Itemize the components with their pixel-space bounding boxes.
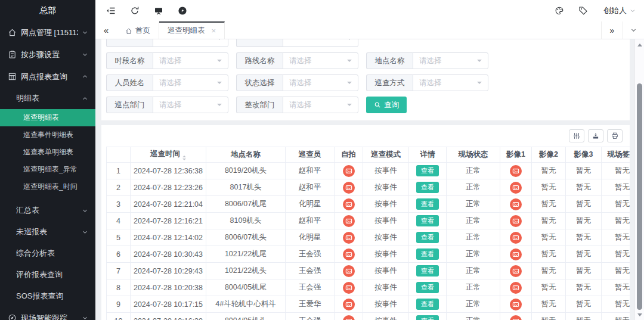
cell-row-index: 5 bbox=[107, 229, 131, 246]
selfie-photo-button[interactable] bbox=[343, 232, 355, 244]
sidebar-item[interactable]: 明细表 bbox=[0, 88, 95, 109]
column-header-label: 详情 bbox=[420, 150, 435, 159]
cell-selfie bbox=[335, 213, 363, 229]
selfie-photo-button[interactable] bbox=[343, 248, 355, 260]
screen-icon[interactable] bbox=[154, 6, 163, 15]
refresh-icon[interactable] bbox=[130, 6, 140, 15]
filter-label: 人员姓名 bbox=[106, 74, 153, 91]
filter-select[interactable]: 请选择 bbox=[153, 52, 228, 69]
tabs-forward-button[interactable]: » bbox=[601, 21, 623, 39]
image1-photo-button[interactable] bbox=[510, 282, 522, 294]
view-details-button[interactable]: 查看 bbox=[416, 198, 439, 209]
image1-photo-button[interactable] bbox=[510, 265, 522, 277]
view-details-button[interactable]: 查看 bbox=[416, 282, 439, 293]
cell-inspector: 王会强 bbox=[286, 279, 335, 296]
column-header: 巡查员 bbox=[286, 147, 335, 163]
view-details-button[interactable]: 查看 bbox=[416, 182, 439, 192]
sidebar-item-label: 网点管理 [1151120] bbox=[21, 27, 78, 38]
cell-image3: 暂无 bbox=[566, 296, 602, 313]
view-details-button[interactable]: 查看 bbox=[416, 165, 439, 176]
compass-dark-icon[interactable] bbox=[178, 6, 187, 15]
filter-select[interactable]: 请选择 bbox=[413, 52, 488, 69]
selfie-photo-button[interactable] bbox=[343, 182, 355, 194]
user-menu[interactable]: 创始人 bbox=[603, 5, 636, 16]
cell-details: 查看 bbox=[409, 163, 447, 179]
selfie-photo-button[interactable] bbox=[343, 282, 355, 294]
search-icon bbox=[374, 101, 381, 108]
filter-select[interactable] bbox=[283, 39, 358, 47]
image1-photo-button[interactable] bbox=[510, 232, 522, 244]
scroll-down-arrow[interactable] bbox=[635, 310, 644, 319]
cell-row-index: 9 bbox=[107, 296, 131, 313]
columns-button[interactable] bbox=[569, 129, 584, 142]
column-header: 详情 bbox=[409, 147, 447, 163]
filter-group bbox=[236, 39, 358, 47]
scroll-up-arrow[interactable] bbox=[635, 41, 644, 49]
column-header[interactable]: 巡查时间 bbox=[131, 147, 206, 163]
close-icon[interactable]: × bbox=[212, 27, 216, 35]
view-details-button[interactable]: 查看 bbox=[416, 232, 439, 243]
sidebar-item[interactable]: 汇总表 bbox=[0, 200, 95, 221]
print-button[interactable] bbox=[607, 129, 623, 142]
sidebar-item[interactable]: 巡查表单明细表 bbox=[0, 144, 95, 161]
view-details-button[interactable]: 查看 bbox=[416, 315, 439, 320]
image1-photo-button[interactable] bbox=[510, 198, 522, 210]
image1-photo-button[interactable] bbox=[510, 165, 522, 177]
sidebar-item[interactable]: 巡查明细表_异常 bbox=[0, 161, 95, 178]
topbar: 创始人 bbox=[95, 0, 644, 21]
filter-select[interactable]: 请选择 bbox=[413, 74, 488, 91]
filter-select[interactable] bbox=[153, 39, 228, 47]
image1-photo-button[interactable] bbox=[510, 248, 522, 260]
view-details-button[interactable]: 查看 bbox=[416, 248, 439, 259]
cell-patrol-mode: 按事件 bbox=[363, 213, 409, 229]
sidebar-item[interactable]: 网点管理 [1151120] bbox=[0, 21, 95, 44]
sidebar-item[interactable]: 网点报表查询 bbox=[0, 66, 95, 88]
view-details-button[interactable]: 查看 bbox=[416, 265, 439, 276]
vertical-scrollbar[interactable] bbox=[634, 39, 644, 320]
sort-icon[interactable] bbox=[182, 156, 186, 160]
selfie-photo-button[interactable] bbox=[343, 215, 355, 227]
sidebar-item[interactable]: 评价报表查询 bbox=[0, 264, 95, 285]
selfie-photo-button[interactable] bbox=[343, 299, 355, 310]
tabs-collapse-button[interactable]: « bbox=[95, 21, 117, 39]
selfie-photo-button[interactable] bbox=[343, 198, 355, 210]
filter-select[interactable]: 请选择 bbox=[283, 97, 358, 113]
tab-patrol-detail[interactable]: 巡查明细表 × bbox=[159, 21, 225, 39]
cell-place-name: 8006/07机尾 bbox=[206, 196, 286, 213]
sidebar-item[interactable]: 现场智能跟踪 bbox=[0, 307, 95, 320]
selfie-photo-button[interactable] bbox=[343, 265, 355, 277]
tabs-menu-button[interactable] bbox=[623, 21, 644, 39]
cell-row-index: 3 bbox=[107, 196, 131, 213]
view-details-button[interactable]: 查看 bbox=[416, 299, 439, 309]
scroll-thumb[interactable] bbox=[637, 83, 642, 310]
filter-select[interactable]: 请选择 bbox=[283, 74, 358, 91]
image1-photo-button[interactable] bbox=[510, 215, 522, 227]
image1-photo-button[interactable] bbox=[510, 299, 522, 310]
filter-select[interactable]: 请选择 bbox=[283, 52, 358, 69]
sidebar-item-active[interactable]: 巡查明细表 bbox=[0, 109, 95, 126]
selfie-photo-button[interactable] bbox=[343, 165, 355, 177]
sidebar-item[interactable]: 按步骤设置 bbox=[0, 44, 95, 66]
palette-icon[interactable] bbox=[555, 6, 564, 15]
image1-photo-button[interactable] bbox=[510, 182, 522, 194]
cell-site-status: 正常 bbox=[447, 246, 500, 263]
filter-select[interactable]: 请选择 bbox=[153, 74, 228, 91]
menu-collapse-icon[interactable] bbox=[106, 6, 116, 15]
sidebar-item[interactable]: 巡查明细表_时间 bbox=[0, 178, 95, 195]
sidebar-item[interactable]: 综合分析表 bbox=[0, 243, 95, 264]
cell-site-status: 正常 bbox=[447, 163, 500, 179]
search-button[interactable]: 查询 bbox=[366, 97, 407, 113]
selfie-photo-button[interactable] bbox=[343, 315, 355, 320]
chevron-down-icon bbox=[82, 207, 88, 214]
view-details-button[interactable]: 查看 bbox=[416, 215, 439, 226]
filter-select[interactable]: 请选择 bbox=[153, 97, 228, 113]
tab-home[interactable]: 首页 bbox=[117, 21, 159, 39]
sidebar-item[interactable]: SOS报表查询 bbox=[0, 285, 95, 307]
export-button[interactable] bbox=[588, 129, 603, 142]
sidebar-item[interactable]: 巡查事件明细表 bbox=[0, 126, 95, 144]
tag-icon[interactable] bbox=[578, 6, 588, 15]
image1-photo-button[interactable] bbox=[510, 315, 522, 320]
caret-down-icon bbox=[347, 60, 352, 64]
sidebar-item[interactable]: 未巡报表 bbox=[0, 221, 95, 243]
column-header: 地点名称 bbox=[206, 147, 286, 163]
